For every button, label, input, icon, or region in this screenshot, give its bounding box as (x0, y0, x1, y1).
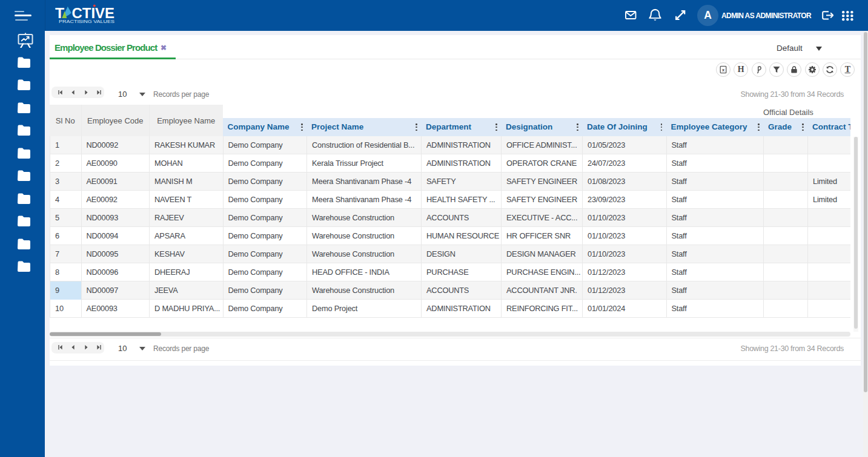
svg-text:PRACTISING VALUES: PRACTISING VALUES (59, 19, 115, 23)
